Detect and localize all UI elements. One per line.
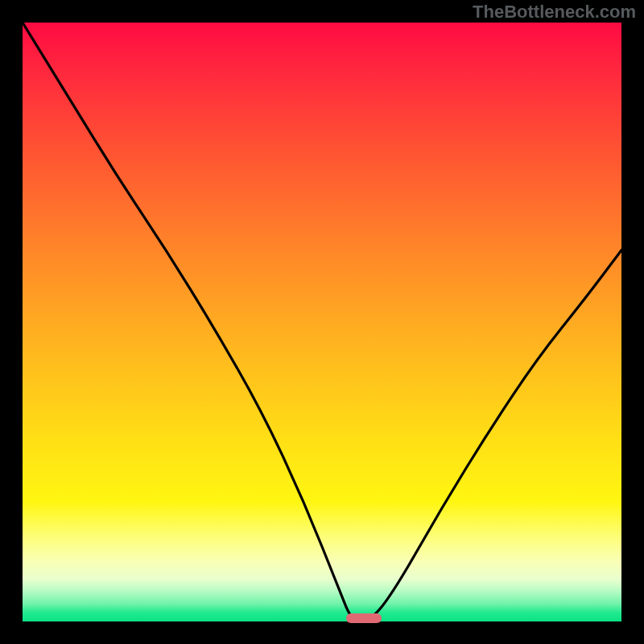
- optimal-marker: [346, 613, 382, 623]
- curve-svg: [23, 23, 621, 621]
- watermark-text: TheBottleneck.com: [473, 2, 636, 23]
- chart-frame: TheBottleneck.com: [0, 0, 644, 644]
- plot-area: [23, 23, 621, 621]
- bottleneck-curve: [23, 23, 621, 621]
